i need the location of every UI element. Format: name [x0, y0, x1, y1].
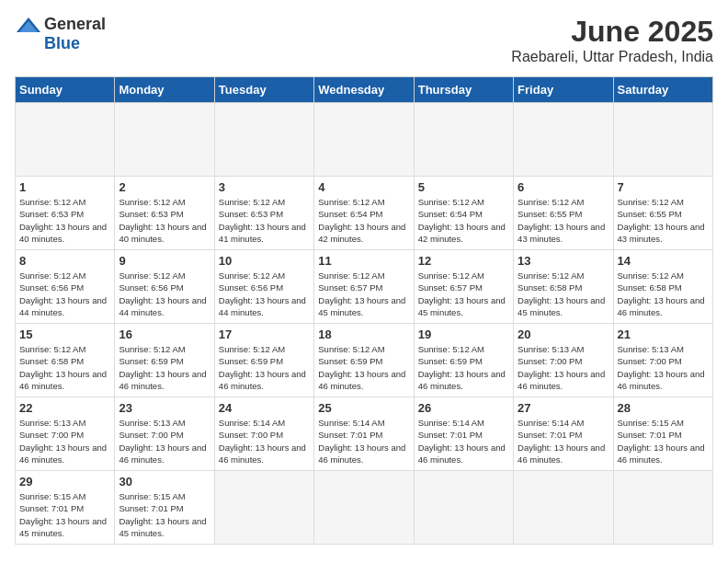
col-saturday: Saturday [613, 77, 712, 103]
logo: General Blue [15, 15, 106, 53]
table-row [613, 103, 712, 177]
day-info: Sunrise: 5:14 AMSunset: 7:01 PMDaylight:… [418, 417, 509, 465]
day-info: Sunrise: 5:12 AMSunset: 6:56 PMDaylight:… [219, 270, 310, 318]
table-row: 8Sunrise: 5:12 AMSunset: 6:56 PMDaylight… [16, 250, 115, 324]
table-row: 4Sunrise: 5:12 AMSunset: 6:54 PMDaylight… [314, 177, 414, 250]
day-number: 13 [518, 254, 609, 268]
day-info: Sunrise: 5:12 AMSunset: 6:59 PMDaylight:… [318, 343, 409, 392]
day-info: Sunrise: 5:14 AMSunset: 7:01 PMDaylight:… [318, 417, 409, 465]
calendar: Sunday Monday Tuesday Wednesday Thursday… [15, 76, 713, 545]
day-info: Sunrise: 5:14 AMSunset: 7:01 PMDaylight:… [518, 417, 609, 465]
day-number: 12 [418, 254, 509, 268]
day-number: 27 [518, 401, 609, 415]
day-number: 23 [119, 401, 210, 415]
day-number: 3 [219, 180, 310, 194]
day-info: Sunrise: 5:12 AMSunset: 6:59 PMDaylight:… [418, 343, 509, 392]
day-info: Sunrise: 5:12 AMSunset: 6:53 PMDaylight:… [119, 196, 210, 245]
table-row [115, 103, 214, 177]
calendar-header-row: Sunday Monday Tuesday Wednesday Thursday… [16, 77, 713, 103]
table-row: 28Sunrise: 5:15 AMSunset: 7:01 PMDayligh… [613, 397, 712, 471]
calendar-week-row: 8Sunrise: 5:12 AMSunset: 6:56 PMDaylight… [16, 250, 713, 324]
table-row: 22Sunrise: 5:13 AMSunset: 7:00 PMDayligh… [16, 397, 115, 471]
table-row: 25Sunrise: 5:14 AMSunset: 7:01 PMDayligh… [314, 397, 414, 471]
table-row [16, 103, 115, 177]
table-row [214, 103, 313, 177]
table-row [514, 103, 613, 177]
table-row: 9Sunrise: 5:12 AMSunset: 6:56 PMDaylight… [115, 250, 214, 324]
calendar-week-row [16, 103, 713, 177]
table-row [414, 471, 513, 545]
table-row: 15Sunrise: 5:12 AMSunset: 6:58 PMDayligh… [16, 324, 115, 397]
day-number: 18 [318, 327, 409, 341]
table-row: 3Sunrise: 5:12 AMSunset: 6:53 PMDaylight… [214, 177, 313, 250]
day-number: 28 [618, 401, 709, 415]
title-area: June 2025 Raebareli, Uttar Pradesh, Indi… [511, 15, 713, 65]
day-number: 11 [318, 254, 409, 268]
calendar-body: 1Sunrise: 5:12 AMSunset: 6:53 PMDaylight… [16, 103, 713, 545]
day-info: Sunrise: 5:12 AMSunset: 6:57 PMDaylight:… [318, 270, 409, 318]
calendar-week-row: 22Sunrise: 5:13 AMSunset: 7:00 PMDayligh… [16, 397, 713, 471]
table-row [514, 471, 613, 545]
day-number: 6 [518, 180, 609, 194]
table-row: 20Sunrise: 5:13 AMSunset: 7:00 PMDayligh… [514, 324, 613, 397]
table-row [613, 471, 712, 545]
calendar-week-row: 15Sunrise: 5:12 AMSunset: 6:58 PMDayligh… [16, 324, 713, 397]
table-row: 24Sunrise: 5:14 AMSunset: 7:00 PMDayligh… [214, 397, 313, 471]
table-row: 29Sunrise: 5:15 AMSunset: 7:01 PMDayligh… [16, 471, 115, 545]
day-number: 24 [219, 401, 310, 415]
table-row: 6Sunrise: 5:12 AMSunset: 6:55 PMDaylight… [514, 177, 613, 250]
table-row: 27Sunrise: 5:14 AMSunset: 7:01 PMDayligh… [514, 397, 613, 471]
col-sunday: Sunday [16, 77, 115, 103]
col-wednesday: Wednesday [314, 77, 414, 103]
day-info: Sunrise: 5:12 AMSunset: 6:58 PMDaylight:… [19, 343, 110, 392]
col-thursday: Thursday [414, 77, 513, 103]
day-info: Sunrise: 5:13 AMSunset: 7:00 PMDaylight:… [119, 417, 210, 465]
day-number: 16 [119, 327, 210, 341]
day-info: Sunrise: 5:15 AMSunset: 7:01 PMDaylight:… [19, 490, 110, 539]
day-info: Sunrise: 5:12 AMSunset: 6:58 PMDaylight:… [518, 270, 609, 318]
day-info: Sunrise: 5:12 AMSunset: 6:56 PMDaylight:… [119, 270, 210, 318]
table-row: 1Sunrise: 5:12 AMSunset: 6:53 PMDaylight… [16, 177, 115, 250]
day-info: Sunrise: 5:15 AMSunset: 7:01 PMDaylight:… [618, 417, 709, 465]
header: General Blue June 2025 Raebareli, Uttar … [15, 15, 713, 65]
day-info: Sunrise: 5:14 AMSunset: 7:00 PMDaylight:… [219, 417, 310, 465]
day-number: 2 [119, 180, 210, 194]
day-info: Sunrise: 5:12 AMSunset: 6:57 PMDaylight:… [418, 270, 509, 318]
day-info: Sunrise: 5:12 AMSunset: 6:58 PMDaylight:… [618, 270, 709, 318]
day-number: 30 [119, 475, 210, 488]
day-number: 7 [618, 180, 709, 194]
day-info: Sunrise: 5:12 AMSunset: 6:55 PMDaylight:… [618, 196, 709, 245]
table-row: 30Sunrise: 5:15 AMSunset: 7:01 PMDayligh… [115, 471, 214, 545]
day-number: 9 [119, 254, 210, 268]
day-info: Sunrise: 5:12 AMSunset: 6:54 PMDaylight:… [318, 196, 409, 245]
table-row: 12Sunrise: 5:12 AMSunset: 6:57 PMDayligh… [414, 250, 513, 324]
day-number: 22 [19, 401, 110, 415]
day-info: Sunrise: 5:12 AMSunset: 6:59 PMDaylight:… [219, 343, 310, 392]
day-info: Sunrise: 5:13 AMSunset: 7:00 PMDaylight:… [19, 417, 110, 465]
day-info: Sunrise: 5:12 AMSunset: 6:56 PMDaylight:… [19, 270, 110, 318]
table-row: 7Sunrise: 5:12 AMSunset: 6:55 PMDaylight… [613, 177, 712, 250]
day-info: Sunrise: 5:13 AMSunset: 7:00 PMDaylight:… [618, 343, 709, 392]
table-row: 5Sunrise: 5:12 AMSunset: 6:54 PMDaylight… [414, 177, 513, 250]
day-number: 8 [19, 254, 110, 268]
table-row: 13Sunrise: 5:12 AMSunset: 6:58 PMDayligh… [514, 250, 613, 324]
col-tuesday: Tuesday [214, 77, 313, 103]
logo-blue-text: Blue [44, 34, 80, 53]
col-monday: Monday [115, 77, 214, 103]
day-info: Sunrise: 5:15 AMSunset: 7:01 PMDaylight:… [119, 490, 210, 539]
day-info: Sunrise: 5:12 AMSunset: 6:53 PMDaylight:… [219, 196, 310, 245]
day-number: 20 [518, 327, 609, 341]
day-number: 26 [418, 401, 509, 415]
table-row: 26Sunrise: 5:14 AMSunset: 7:01 PMDayligh… [414, 397, 513, 471]
table-row: 18Sunrise: 5:12 AMSunset: 6:59 PMDayligh… [314, 324, 414, 397]
day-number: 5 [418, 180, 509, 194]
table-row: 23Sunrise: 5:13 AMSunset: 7:00 PMDayligh… [115, 397, 214, 471]
logo-general-text: General [44, 15, 106, 34]
day-info: Sunrise: 5:12 AMSunset: 6:59 PMDaylight:… [119, 343, 210, 392]
day-info: Sunrise: 5:13 AMSunset: 7:00 PMDaylight:… [518, 343, 609, 392]
table-row: 14Sunrise: 5:12 AMSunset: 6:58 PMDayligh… [613, 250, 712, 324]
day-info: Sunrise: 5:12 AMSunset: 6:53 PMDaylight:… [19, 196, 110, 245]
logo-icon [15, 16, 42, 34]
table-row: 19Sunrise: 5:12 AMSunset: 6:59 PMDayligh… [414, 324, 513, 397]
table-row: 2Sunrise: 5:12 AMSunset: 6:53 PMDaylight… [115, 177, 214, 250]
